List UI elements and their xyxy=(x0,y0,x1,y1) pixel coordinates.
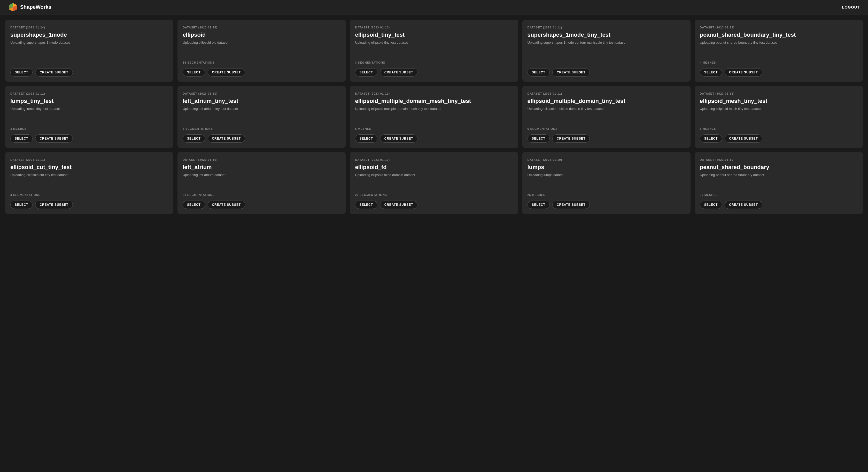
card-date: DATASET (2023-01-13) xyxy=(355,26,513,29)
dataset-card: DATASET (2023-01-10) peanut_shared_bound… xyxy=(695,152,863,214)
create-subset-button[interactable]: CREATE SUBSET xyxy=(552,201,590,209)
card-actions: SELECT CREATE SUBSET xyxy=(10,201,168,209)
select-button[interactable]: SELECT xyxy=(528,201,550,209)
card-count: 25 MESHES xyxy=(528,193,685,197)
create-subset-button[interactable]: CREATE SUBSET xyxy=(552,68,590,77)
create-subset-button[interactable]: CREATE SUBSET xyxy=(35,201,72,209)
select-button[interactable]: SELECT xyxy=(10,68,33,77)
card-description: Uploading left atrium tiny test dataset xyxy=(183,107,340,125)
create-subset-button[interactable]: CREATE SUBSET xyxy=(208,68,245,77)
card-description: Uploading left atrium dataset xyxy=(183,173,340,191)
card-actions: SELECT CREATE SUBSET xyxy=(700,135,858,143)
card-count: 60 MESHES xyxy=(700,193,858,197)
card-date: DATASET (2023-01-11) xyxy=(355,92,513,95)
card-actions: SELECT CREATE SUBSET xyxy=(183,201,340,209)
select-button[interactable]: SELECT xyxy=(10,201,33,209)
logout-button[interactable]: LOGOUT xyxy=(842,5,860,9)
card-count: 3 SEGMENTATIONS xyxy=(10,193,168,197)
card-date: DATASET (2023-01-10) xyxy=(183,158,340,161)
card-title: peanut_shared_boundary_tiny_test xyxy=(700,32,858,38)
dataset-card: DATASET (2023-01-11) peanut_shared_bound… xyxy=(695,20,863,82)
create-subset-button[interactable]: CREATE SUBSET xyxy=(724,135,762,143)
dataset-card: DATASET (2023-01-11) left_atrium_tiny_te… xyxy=(178,86,346,148)
select-button[interactable]: SELECT xyxy=(183,135,205,143)
card-description: Uploading peanut shared boundary dataset xyxy=(700,173,858,191)
card-title: peanut_shared_boundary xyxy=(700,164,858,171)
card-description: Uploading ellipsoid multiple domain mesh… xyxy=(355,107,513,125)
card-date: DATASET (2023-01-10) xyxy=(528,158,685,161)
card-date: DATASET (2023-01-11) xyxy=(10,92,168,95)
app-header: ShapeWorks LOGOUT xyxy=(0,0,868,14)
card-actions: SELECT CREATE SUBSET xyxy=(355,201,513,209)
card-title: lumps xyxy=(528,164,685,171)
create-subset-button[interactable]: CREATE SUBSET xyxy=(724,68,762,77)
card-description: Uploading ellipsoid tiny test dataset xyxy=(355,40,513,59)
create-subset-button[interactable]: CREATE SUBSET xyxy=(380,201,417,209)
select-button[interactable]: SELECT xyxy=(700,68,722,77)
select-button[interactable]: SELECT xyxy=(355,135,377,143)
card-date: DATASET (2023-01-24) xyxy=(183,26,340,29)
select-button[interactable]: SELECT xyxy=(355,68,377,77)
card-actions: SELECT CREATE SUBSET xyxy=(355,68,513,77)
card-actions: SELECT CREATE SUBSET xyxy=(528,201,685,209)
card-count: 15 SEGMENTATIONS xyxy=(183,61,340,64)
dataset-card: DATASET (2023-01-13) ellipsoid_tiny_test… xyxy=(350,20,518,82)
dataset-card: DATASET (2023-01-11) lumps_tiny_test Upl… xyxy=(5,86,173,148)
card-description: Uploading lumps dataet xyxy=(528,173,685,191)
select-button[interactable]: SELECT xyxy=(528,68,550,77)
create-subset-button[interactable]: CREATE SUBSET xyxy=(208,135,245,143)
card-title: supershapes_1mode xyxy=(10,32,168,38)
dataset-card: DATASET (2023-01-11) ellipsoid_cut_tiny_… xyxy=(5,152,173,214)
card-title: ellipsoid_multiple_domain_tiny_test xyxy=(528,98,685,105)
select-button[interactable]: SELECT xyxy=(183,201,205,209)
dataset-card: DATASET (2023-01-24) supershapes_1mode U… xyxy=(5,20,173,82)
card-date: DATASET (2023-01-11) xyxy=(700,26,858,29)
card-description: Uploading supershapes 1 mode dataset xyxy=(10,40,168,59)
card-count: 6 SEGMENTATIONS xyxy=(528,127,685,130)
card-title: left_atrium xyxy=(183,164,340,171)
card-date: DATASET (2023-01-11) xyxy=(700,92,858,95)
card-title: ellipsoid_tiny_test xyxy=(355,32,513,38)
create-subset-button[interactable]: CREATE SUBSET xyxy=(724,201,762,209)
card-count: 20 SEGMENTATIONS xyxy=(355,193,513,197)
create-subset-button[interactable]: CREATE SUBSET xyxy=(380,68,417,77)
card-actions: SELECT CREATE SUBSET xyxy=(700,201,858,209)
card-title: lumps_tiny_test xyxy=(10,98,168,105)
card-description: Uploading ellipsoid old dataset xyxy=(183,40,340,59)
dataset-card: DATASET (2023-01-10) left_atrium Uploadi… xyxy=(178,152,346,214)
select-button[interactable]: SELECT xyxy=(528,135,550,143)
select-button[interactable]: SELECT xyxy=(355,201,377,209)
select-button[interactable]: SELECT xyxy=(10,135,33,143)
card-date: DATASET (2023-01-11) xyxy=(183,92,340,95)
card-title: supershapes_1mode_tiny_test xyxy=(528,32,685,38)
create-subset-button[interactable]: CREATE SUBSET xyxy=(35,68,72,77)
dataset-card: DATASET (2023-01-11) supershapes_1mode_t… xyxy=(522,20,690,82)
create-subset-button[interactable]: CREATE SUBSET xyxy=(208,201,245,209)
card-actions: SELECT CREATE SUBSET xyxy=(183,135,340,143)
card-actions: SELECT CREATE SUBSET xyxy=(183,68,340,77)
card-title: left_atrium_tiny_test xyxy=(183,98,340,105)
card-count: 4 MESHES xyxy=(700,61,858,64)
dataset-card: DATASET (2023-01-10) lumps Uploading lum… xyxy=(522,152,690,214)
dataset-grid: DATASET (2023-01-24) supershapes_1mode U… xyxy=(0,14,868,219)
select-button[interactable]: SELECT xyxy=(700,201,722,209)
card-description: Uploading lumps tiny test dataset xyxy=(10,107,168,125)
card-description: Uploading ellipsoid mesh tiny test datas… xyxy=(700,107,858,125)
card-description: Uploading supershapes 1mode contour mult… xyxy=(528,40,685,59)
create-subset-button[interactable]: CREATE SUBSET xyxy=(380,135,417,143)
card-title: ellipsoid_multiple_domain_mesh_tiny_test xyxy=(355,98,513,105)
select-button[interactable]: SELECT xyxy=(700,135,722,143)
dataset-card: DATASET (2023-01-11) ellipsoid_mesh_tiny… xyxy=(695,86,863,148)
select-button[interactable]: SELECT xyxy=(183,68,205,77)
card-date: DATASET (2023-01-10) xyxy=(700,158,858,161)
app-title: ShapeWorks xyxy=(20,4,52,10)
create-subset-button[interactable]: CREATE SUBSET xyxy=(552,135,590,143)
card-actions: SELECT CREATE SUBSET xyxy=(355,135,513,143)
card-description: Uploading ellipsoid fixed domain dataset xyxy=(355,173,513,191)
card-title: ellipsoid_mesh_tiny_test xyxy=(700,98,858,105)
card-date: DATASET (2023-01-11) xyxy=(528,26,685,29)
create-subset-button[interactable]: CREATE SUBSET xyxy=(35,135,72,143)
card-date: DATASET (2023-01-11) xyxy=(10,158,168,161)
card-description: Uploading peanut shared boundary tiny te… xyxy=(700,40,858,59)
shapeworks-logo-icon xyxy=(8,3,18,12)
